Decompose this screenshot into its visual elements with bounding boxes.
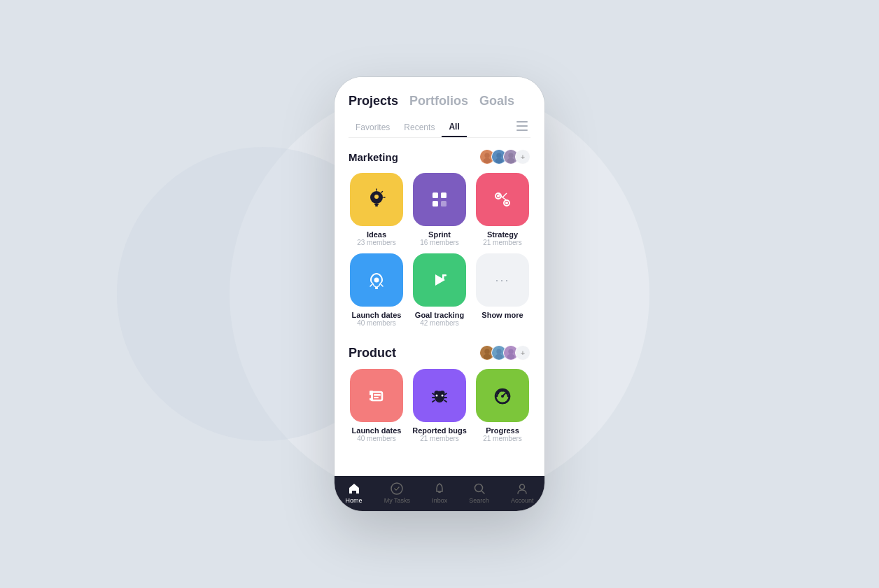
- project-sprint[interactable]: Sprint 16 members: [412, 173, 467, 246]
- section-marketing: Marketing +: [335, 138, 544, 327]
- progress-icon: [476, 369, 529, 422]
- avatar-add-marketing[interactable]: +: [515, 149, 530, 164]
- project-goal-tracking[interactable]: Goal tracking 42 members: [412, 253, 467, 327]
- svg-line-64: [498, 393, 499, 394]
- launch-marketing-name: Launch dates: [352, 311, 402, 319]
- project-show-more[interactable]: ··· Show more: [474, 253, 530, 327]
- subtab-all[interactable]: All: [442, 118, 466, 137]
- progress-members: 21 members: [483, 435, 522, 442]
- marketing-avatars: +: [479, 149, 530, 164]
- goal-tracking-name: Goal tracking: [415, 311, 464, 319]
- svg-line-25: [502, 193, 507, 197]
- nav-tasks-label: My Tasks: [384, 497, 410, 504]
- strategy-members: 21 members: [483, 239, 522, 246]
- product-title: Product: [349, 346, 396, 360]
- svg-point-72: [520, 484, 525, 489]
- section-header-product: Product +: [349, 345, 530, 360]
- user-icon: [515, 482, 529, 496]
- svg-point-39: [496, 349, 501, 354]
- bottom-nav: Home My Tasks Inbox Search: [335, 476, 544, 511]
- svg-point-37: [484, 354, 491, 359]
- project-reported-bugs[interactable]: Reported bugs 21 members: [412, 369, 467, 442]
- marketing-title: Marketing: [349, 151, 398, 163]
- svg-point-68: [501, 395, 504, 398]
- svg-rect-20: [441, 192, 446, 198]
- svg-line-59: [444, 393, 446, 395]
- subtab-favorites[interactable]: Favorites: [349, 118, 397, 136]
- svg-rect-2: [516, 130, 528, 131]
- svg-rect-34: [442, 274, 446, 276]
- reported-bugs-name: Reported bugs: [412, 426, 467, 435]
- nav-home[interactable]: Home: [346, 482, 363, 504]
- sprint-icon: [413, 173, 466, 226]
- svg-point-29: [505, 202, 508, 204]
- ideas-members: 23 members: [357, 239, 396, 246]
- svg-point-70: [474, 484, 482, 492]
- ideas-name: Ideas: [367, 230, 386, 239]
- svg-point-28: [497, 195, 500, 197]
- nav-inbox-label: Inbox: [432, 497, 447, 504]
- section-product: Product +: [335, 334, 544, 459]
- tab-goals[interactable]: Goals: [479, 94, 514, 108]
- svg-rect-31: [375, 287, 378, 289]
- nav-home-label: Home: [346, 497, 363, 504]
- search-icon: [472, 482, 486, 496]
- svg-line-17: [381, 192, 383, 193]
- svg-line-61: [444, 400, 446, 402]
- svg-point-11: [507, 158, 515, 163]
- nav-search-label: Search: [469, 497, 489, 504]
- svg-rect-1: [516, 125, 528, 127]
- project-launch-marketing[interactable]: Launch dates 40 members: [349, 253, 405, 327]
- nav-search[interactable]: Search: [469, 482, 489, 504]
- tab-portfolios[interactable]: Portfolios: [409, 94, 468, 108]
- check-icon: [390, 482, 404, 496]
- svg-point-30: [374, 278, 379, 283]
- project-strategy[interactable]: Strategy 21 members: [474, 173, 530, 246]
- goal-tracking-members: 42 members: [420, 319, 459, 327]
- svg-point-54: [436, 395, 438, 397]
- sprint-name: Sprint: [428, 230, 451, 239]
- main-tabs: Projects Portfolios Goals: [349, 94, 530, 108]
- list-view-icon[interactable]: [514, 117, 530, 137]
- nav-account-label: Account: [511, 497, 534, 504]
- svg-line-27: [502, 197, 507, 200]
- svg-line-56: [433, 393, 435, 395]
- svg-line-65: [507, 393, 508, 394]
- home-icon: [347, 482, 361, 496]
- section-header-marketing: Marketing +: [349, 149, 530, 164]
- launch-marketing-icon: [350, 253, 403, 307]
- svg-point-55: [442, 395, 444, 397]
- goal-tracking-icon: [413, 253, 466, 307]
- svg-point-43: [507, 354, 515, 359]
- project-launch-product[interactable]: Launch dates 40 members: [349, 369, 405, 442]
- svg-point-8: [495, 158, 503, 163]
- svg-rect-47: [374, 394, 381, 396]
- reported-bugs-icon: [413, 369, 466, 422]
- project-ideas[interactable]: Ideas 23 members: [349, 173, 405, 246]
- dots-icon: ···: [495, 273, 509, 288]
- svg-point-36: [484, 349, 489, 354]
- show-more-icon: ···: [476, 253, 529, 307]
- tab-projects[interactable]: Projects: [349, 94, 398, 108]
- svg-point-5: [484, 158, 491, 163]
- bell-icon: [433, 482, 446, 496]
- show-more-name: Show more: [481, 311, 523, 319]
- sprint-members: 16 members: [420, 239, 459, 246]
- svg-point-4: [484, 153, 489, 158]
- nav-inbox[interactable]: Inbox: [432, 482, 447, 504]
- progress-name: Progress: [486, 426, 519, 435]
- nav-account[interactable]: Account: [511, 482, 534, 504]
- svg-line-58: [433, 400, 435, 402]
- avatar-add-product[interactable]: +: [515, 345, 530, 360]
- product-projects-grid: Launch dates 40 members: [349, 369, 530, 442]
- subtab-recents[interactable]: Recents: [397, 118, 442, 136]
- svg-rect-46: [370, 395, 371, 398]
- launch-product-icon: [350, 369, 403, 422]
- project-progress[interactable]: Progress 21 members: [474, 369, 530, 442]
- marketing-projects-grid: Ideas 23 members Sprint 16 members: [349, 173, 530, 327]
- nav-tasks[interactable]: My Tasks: [384, 482, 410, 504]
- svg-point-7: [496, 153, 501, 158]
- svg-point-42: [508, 349, 513, 354]
- header: Projects Portfolios Goals Favorites Rece…: [335, 77, 544, 138]
- product-avatars: +: [479, 345, 530, 360]
